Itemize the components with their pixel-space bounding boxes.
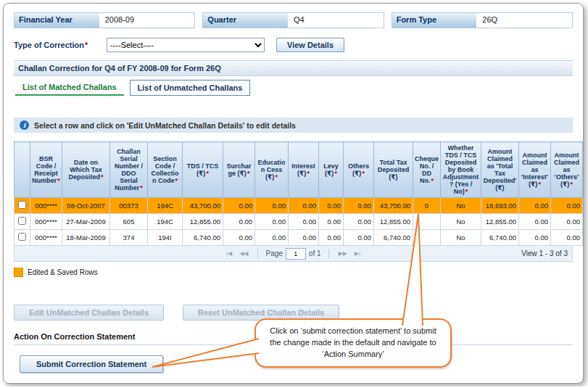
- form-type-value: 26Q: [476, 13, 572, 28]
- column-header: Whether TDS / TCS Deposited by Book Adju…: [441, 142, 481, 198]
- challan-cell: 12,855.00: [481, 214, 519, 230]
- challan-cell: 605: [110, 214, 148, 230]
- quarter-label: Quarter: [203, 13, 288, 28]
- pager-first-icon[interactable]: |◀: [224, 250, 234, 257]
- column-header: Education Cess (₹)*: [255, 142, 289, 198]
- column-header: Date on Which Tax Deposited*: [62, 142, 110, 198]
- challan-cell: 18,693.00: [481, 198, 519, 214]
- column-header: Levy (₹)*: [319, 142, 344, 198]
- select-column-header: [15, 142, 30, 198]
- challan-row[interactable]: 000****08-Oct-200700373194C43,700.000.00…: [15, 198, 583, 214]
- challan-cell: 6,740.00: [183, 230, 223, 246]
- tab-unmatched-challans[interactable]: List of Unmatched Challans: [130, 80, 251, 96]
- challan-cell: 0.00: [255, 214, 289, 230]
- challan-cell: 0.00: [319, 214, 344, 230]
- financial-year-value: 2008-09: [99, 13, 195, 28]
- challan-cell: 0.00: [223, 230, 255, 246]
- column-header: Cheque No. / DD No.*: [413, 142, 441, 198]
- type-of-correction-text: Type of Correction: [14, 41, 84, 49]
- challan-cell: [413, 230, 441, 246]
- challan-cell: 0.00: [519, 198, 551, 214]
- table-body: 000****08-Oct-200700373194C43,700.000.00…: [15, 198, 583, 246]
- challan-cell: 6,740.00: [374, 230, 413, 246]
- challan-cell: 0.00: [289, 214, 319, 230]
- legend-text: Edited & Saved Rows: [28, 268, 98, 276]
- challan-cell: 0.00: [319, 198, 344, 214]
- challan-cell: 27-Mar-2009: [62, 214, 110, 230]
- column-header: Total Tax Deposited (₹): [374, 142, 413, 198]
- column-header: TDS / TCS (₹)*: [183, 142, 223, 198]
- unmatched-challans-table: BSR Code / Receipt Number*Date on Which …: [14, 141, 583, 246]
- challan-cell: 00373: [110, 198, 148, 214]
- challan-row[interactable]: 000****18-Mar-2009374194I6,740.000.000.0…: [15, 230, 583, 246]
- challan-cell: 194C: [148, 214, 183, 230]
- pager-last-icon[interactable]: ▶|: [352, 250, 363, 257]
- info-bar: i Select a row and click on 'Edit UnMatc…: [14, 117, 573, 133]
- challan-cell: 000****: [30, 214, 62, 230]
- row-checkbox[interactable]: [18, 217, 26, 225]
- pager-view-count: View 1 - 3 of 3: [521, 249, 568, 257]
- column-header: Others (₹)*: [344, 142, 374, 198]
- row-select-cell: [15, 214, 30, 230]
- edit-unmatched-challan-button[interactable]: Edit UnMatched Challan Details: [14, 305, 164, 321]
- row-checkbox[interactable]: [18, 201, 26, 209]
- column-header: BSR Code / Receipt Number*: [30, 142, 62, 198]
- info-text: Select a row and click on 'Edit UnMatche…: [34, 121, 296, 130]
- challan-row[interactable]: 000****27-Mar-2009605194C12,855.000.000.…: [15, 214, 583, 230]
- edited-rows-legend: Edited & Saved Rows: [14, 268, 573, 277]
- challan-cell: 0.00: [289, 230, 319, 246]
- form-type-label: Form Type: [392, 13, 477, 28]
- table-header-row: BSR Code / Receipt Number*Date on Which …: [15, 142, 583, 198]
- challan-cell: 194C: [148, 198, 183, 214]
- column-header: Interest (₹)*: [289, 142, 319, 198]
- pager-of-label: of 1: [309, 249, 321, 257]
- pager-separator: [328, 249, 329, 258]
- pager-page-input[interactable]: [286, 248, 306, 260]
- type-of-correction-select[interactable]: ----Select----: [107, 38, 265, 52]
- challan-cell: 0.00: [255, 230, 289, 246]
- challan-cell: 0: [413, 198, 441, 214]
- challan-cell: 0.00: [223, 214, 255, 230]
- row-select-cell: [15, 230, 30, 246]
- submit-correction-statement-button[interactable]: Submit Correction Statement: [20, 355, 163, 373]
- column-header: Challan Serial Number / DDO Serial Numbe…: [110, 142, 148, 198]
- financial-year-label: Financial Year: [15, 13, 99, 28]
- challan-cell: 18-Mar-2009: [62, 230, 110, 246]
- pager-next-icon[interactable]: ▶▶: [336, 250, 349, 257]
- filters-bar: Financial Year 2008-09 Quarter Q4 Form T…: [14, 12, 573, 28]
- pager-page-label: Page: [265, 249, 282, 257]
- info-icon: i: [20, 120, 29, 130]
- tab-matched-challans[interactable]: List of Matched Challans: [15, 80, 124, 96]
- column-header: Section Code / Collection Code*: [148, 142, 183, 198]
- type-of-correction-row: Type of Correction* ----Select---- View …: [14, 37, 573, 53]
- challan-correction-page: Financial Year 2008-09 Quarter Q4 Form T…: [3, 3, 584, 384]
- type-of-correction-label: Type of Correction*: [14, 41, 99, 49]
- challan-cell: 6,740.00: [481, 230, 519, 246]
- column-header: Surcharge (₹)*: [223, 142, 255, 198]
- challan-cell: 0.00: [255, 198, 289, 214]
- challan-cell: 0.00: [223, 198, 255, 214]
- quarter-field: Quarter Q4: [202, 12, 384, 28]
- challan-cell: 0.00: [344, 198, 374, 214]
- challan-cell: 0.00: [551, 214, 583, 230]
- challan-cell: 0.00: [551, 230, 583, 246]
- pager-prev-icon[interactable]: ◀◀: [237, 250, 250, 257]
- challan-cell: 0.00: [551, 198, 583, 214]
- challan-cell: 0.00: [289, 198, 319, 214]
- financial-year-field: Financial Year 2008-09: [14, 12, 195, 28]
- row-select-cell: [15, 198, 30, 214]
- challan-cell: 0.00: [519, 230, 551, 246]
- challan-cell: 374: [110, 230, 148, 246]
- column-header: Amount Claimed as 'Interest' (₹)*: [519, 142, 551, 198]
- section-title: Challan Correction for Q4 of FY 2008-09 …: [14, 60, 573, 76]
- table-pager: |◀ ◀◀ Page of 1 ▶▶ ▶| View 1 - 3 of 3: [14, 246, 573, 262]
- pager-separator: [257, 249, 258, 258]
- required-asterisk: *: [85, 41, 88, 49]
- challan-cell: [413, 214, 441, 230]
- challan-cell: No: [441, 230, 481, 246]
- quarter-value: Q4: [288, 13, 384, 28]
- column-header: Amount Claimed as 'Total Tax Deposited' …: [481, 142, 519, 198]
- row-checkbox[interactable]: [18, 233, 26, 241]
- challan-cell: 43,700.00: [183, 198, 223, 214]
- view-details-button[interactable]: View Details: [276, 38, 344, 52]
